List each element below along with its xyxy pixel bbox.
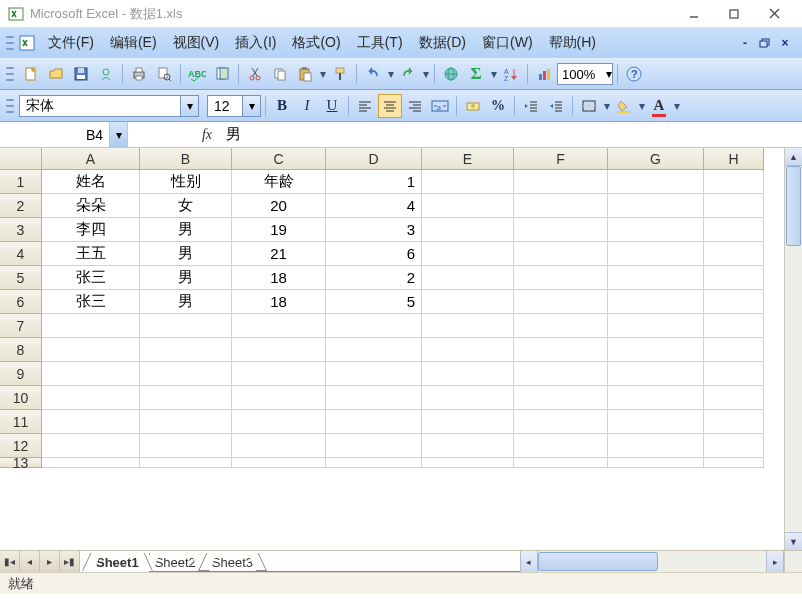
cell[interactable]	[140, 362, 232, 386]
zoom-input[interactable]	[558, 67, 606, 82]
column-header[interactable]: F	[514, 148, 608, 170]
cell[interactable]	[608, 242, 704, 266]
cell[interactable]: 18	[232, 290, 326, 314]
cell[interactable]	[232, 314, 326, 338]
cell[interactable]	[608, 314, 704, 338]
fill-color-button[interactable]	[612, 94, 636, 118]
print-preview-button[interactable]	[152, 62, 176, 86]
undo-dropdown[interactable]: ▾	[386, 67, 395, 81]
cell[interactable]: 男	[140, 242, 232, 266]
align-right-button[interactable]	[403, 94, 427, 118]
font-color-button[interactable]: A	[647, 94, 671, 118]
cell[interactable]	[704, 362, 764, 386]
cell[interactable]: 1	[326, 170, 422, 194]
print-button[interactable]	[127, 62, 151, 86]
cell[interactable]	[704, 458, 764, 468]
cell[interactable]: 张三	[42, 290, 140, 314]
align-center-button[interactable]	[378, 94, 402, 118]
spelling-button[interactable]: ABC	[185, 62, 209, 86]
cell[interactable]	[326, 458, 422, 468]
font-size-combo[interactable]: ▾	[207, 95, 261, 117]
column-header[interactable]: A	[42, 148, 140, 170]
cell[interactable]: 姓名	[42, 170, 140, 194]
cell[interactable]	[422, 386, 514, 410]
menu-window[interactable]: 窗口(W)	[474, 32, 541, 54]
cell[interactable]	[326, 434, 422, 458]
doc-minimize-button[interactable]: -	[736, 35, 754, 51]
row-header[interactable]: 3	[0, 218, 42, 242]
format-painter-button[interactable]	[328, 62, 352, 86]
cell[interactable]	[422, 242, 514, 266]
cell[interactable]	[232, 386, 326, 410]
cell[interactable]	[514, 410, 608, 434]
cell[interactable]	[704, 314, 764, 338]
doc-close-button[interactable]: ×	[776, 35, 794, 51]
italic-button[interactable]: I	[295, 94, 319, 118]
cell[interactable]	[608, 434, 704, 458]
save-button[interactable]	[69, 62, 93, 86]
cell[interactable]: 20	[232, 194, 326, 218]
cell[interactable]	[42, 410, 140, 434]
cell[interactable]: 男	[140, 266, 232, 290]
cell[interactable]	[704, 194, 764, 218]
menu-data[interactable]: 数据(D)	[411, 32, 474, 54]
cell[interactable]	[42, 458, 140, 468]
zoom-combo[interactable]: ▾	[557, 63, 613, 85]
cell[interactable]	[608, 218, 704, 242]
percent-button[interactable]: %	[486, 94, 510, 118]
cell[interactable]	[514, 362, 608, 386]
cell[interactable]	[514, 386, 608, 410]
sheet-tab[interactable]: Sheet1	[82, 553, 149, 572]
close-button[interactable]	[754, 0, 794, 28]
fx-label[interactable]: fx	[128, 127, 218, 143]
scroll-up-button[interactable]: ▲	[785, 148, 802, 166]
font-name-combo[interactable]: ▾	[19, 95, 199, 117]
autosum-button[interactable]: Σ	[464, 62, 488, 86]
cell[interactable]	[422, 434, 514, 458]
cell[interactable]: 王五	[42, 242, 140, 266]
cell[interactable]	[608, 170, 704, 194]
doc-restore-button[interactable]	[756, 35, 774, 51]
cell[interactable]: 2	[326, 266, 422, 290]
tab-next-button[interactable]: ▸	[40, 551, 60, 572]
column-header[interactable]: G	[608, 148, 704, 170]
cell[interactable]: 男	[140, 218, 232, 242]
cell[interactable]	[422, 362, 514, 386]
row-header[interactable]: 7	[0, 314, 42, 338]
hscroll-thumb[interactable]	[538, 552, 658, 571]
cell[interactable]	[514, 218, 608, 242]
vertical-scrollbar[interactable]: ▲ ▼	[784, 148, 802, 550]
row-header[interactable]: 4	[0, 242, 42, 266]
autosum-dropdown[interactable]: ▾	[489, 67, 498, 81]
maximize-button[interactable]	[714, 0, 754, 28]
column-header[interactable]: C	[232, 148, 326, 170]
column-header[interactable]: H	[704, 148, 764, 170]
chart-button[interactable]	[532, 62, 556, 86]
cell[interactable]	[608, 362, 704, 386]
cell[interactable]	[514, 266, 608, 290]
align-left-button[interactable]	[353, 94, 377, 118]
cell[interactable]	[704, 338, 764, 362]
cell[interactable]	[608, 338, 704, 362]
row-header[interactable]: 6	[0, 290, 42, 314]
cell[interactable]	[608, 194, 704, 218]
bold-button[interactable]: B	[270, 94, 294, 118]
chevron-down-icon[interactable]: ▾	[242, 96, 260, 116]
scroll-thumb[interactable]	[786, 166, 801, 246]
cell[interactable]	[514, 170, 608, 194]
cell[interactable]	[704, 290, 764, 314]
cell[interactable]	[232, 338, 326, 362]
tab-last-button[interactable]: ▸▮	[60, 551, 80, 572]
new-button[interactable]	[19, 62, 43, 86]
cell[interactable]	[704, 242, 764, 266]
increase-indent-button[interactable]	[544, 94, 568, 118]
cell[interactable]: 3	[326, 218, 422, 242]
menu-help[interactable]: 帮助(H)	[541, 32, 604, 54]
cell[interactable]	[608, 266, 704, 290]
hyperlink-button[interactable]	[439, 62, 463, 86]
font-color-dropdown[interactable]: ▾	[672, 99, 681, 113]
cell[interactable]: 21	[232, 242, 326, 266]
cell[interactable]	[140, 434, 232, 458]
cell[interactable]	[42, 362, 140, 386]
cell[interactable]	[704, 386, 764, 410]
